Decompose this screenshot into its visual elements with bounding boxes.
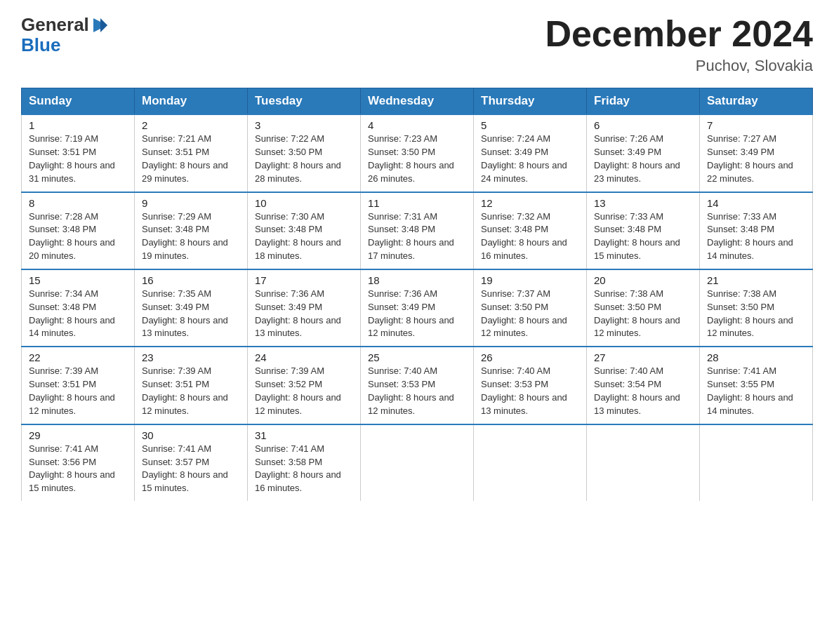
calendar-cell: 18Sunrise: 7:36 AMSunset: 3:49 PMDayligh… (361, 269, 474, 347)
col-header-wednesday: Wednesday (361, 88, 474, 115)
calendar-cell: 19Sunrise: 7:37 AMSunset: 3:50 PMDayligh… (474, 269, 587, 347)
day-number: 25 (368, 351, 466, 363)
day-number: 7 (707, 119, 805, 131)
day-info: Sunrise: 7:34 AMSunset: 3:48 PMDaylight:… (29, 288, 127, 340)
day-info: Sunrise: 7:40 AMSunset: 3:54 PMDaylight:… (594, 365, 692, 417)
calendar-cell: 29Sunrise: 7:41 AMSunset: 3:56 PMDayligh… (22, 424, 135, 501)
svg-marker-1 (100, 18, 107, 32)
week-row-3: 15Sunrise: 7:34 AMSunset: 3:48 PMDayligh… (22, 269, 813, 347)
calendar-cell: 23Sunrise: 7:39 AMSunset: 3:51 PMDayligh… (135, 347, 248, 424)
day-number: 24 (255, 351, 353, 363)
day-info: Sunrise: 7:36 AMSunset: 3:49 PMDaylight:… (255, 288, 353, 340)
day-info: Sunrise: 7:35 AMSunset: 3:49 PMDaylight:… (142, 288, 240, 340)
day-number: 31 (255, 429, 353, 441)
week-row-4: 22Sunrise: 7:39 AMSunset: 3:51 PMDayligh… (22, 347, 813, 424)
col-header-sunday: Sunday (22, 88, 135, 115)
day-number: 21 (707, 274, 805, 286)
calendar-cell: 27Sunrise: 7:40 AMSunset: 3:54 PMDayligh… (587, 347, 700, 424)
day-info: Sunrise: 7:40 AMSunset: 3:53 PMDaylight:… (368, 365, 466, 417)
location-subtitle: Puchov, Slovakia (545, 57, 813, 75)
calendar-cell: 28Sunrise: 7:41 AMSunset: 3:55 PMDayligh… (700, 347, 813, 424)
day-info: Sunrise: 7:29 AMSunset: 3:48 PMDaylight:… (142, 210, 240, 263)
day-number: 18 (368, 274, 466, 286)
calendar-cell: 10Sunrise: 7:30 AMSunset: 3:48 PMDayligh… (248, 192, 361, 269)
calendar-cell: 16Sunrise: 7:35 AMSunset: 3:49 PMDayligh… (135, 269, 248, 347)
day-number: 28 (707, 351, 805, 363)
calendar-cell (474, 424, 587, 501)
calendar-cell: 5Sunrise: 7:24 AMSunset: 3:49 PMDaylight… (474, 114, 587, 192)
calendar-table: SundayMondayTuesdayWednesdayThursdayFrid… (21, 88, 813, 501)
calendar-cell (587, 424, 700, 501)
day-number: 14 (707, 197, 805, 209)
day-number: 20 (594, 274, 692, 286)
day-number: 8 (29, 197, 127, 209)
day-info: Sunrise: 7:33 AMSunset: 3:48 PMDaylight:… (594, 210, 692, 263)
day-info: Sunrise: 7:39 AMSunset: 3:51 PMDaylight:… (29, 365, 127, 417)
day-number: 1 (29, 119, 127, 131)
calendar-cell (700, 424, 813, 501)
week-row-5: 29Sunrise: 7:41 AMSunset: 3:56 PMDayligh… (22, 424, 813, 501)
day-info: Sunrise: 7:40 AMSunset: 3:53 PMDaylight:… (481, 365, 579, 417)
day-number: 6 (594, 119, 692, 131)
calendar-cell: 22Sunrise: 7:39 AMSunset: 3:51 PMDayligh… (22, 347, 135, 424)
calendar-cell: 9Sunrise: 7:29 AMSunset: 3:48 PMDaylight… (135, 192, 248, 269)
calendar-cell: 20Sunrise: 7:38 AMSunset: 3:50 PMDayligh… (587, 269, 700, 347)
day-info: Sunrise: 7:28 AMSunset: 3:48 PMDaylight:… (29, 210, 127, 263)
day-number: 23 (142, 351, 240, 363)
calendar-cell: 15Sunrise: 7:34 AMSunset: 3:48 PMDayligh… (22, 269, 135, 347)
col-header-saturday: Saturday (700, 88, 813, 115)
calendar-cell: 26Sunrise: 7:40 AMSunset: 3:53 PMDayligh… (474, 347, 587, 424)
day-info: Sunrise: 7:31 AMSunset: 3:48 PMDaylight:… (368, 210, 466, 263)
logo-blue-text: Blue (21, 34, 60, 55)
day-number: 2 (142, 119, 240, 131)
calendar-cell: 1Sunrise: 7:19 AMSunset: 3:51 PMDaylight… (22, 114, 135, 192)
calendar-cell: 4Sunrise: 7:23 AMSunset: 3:50 PMDaylight… (361, 114, 474, 192)
calendar-cell: 21Sunrise: 7:38 AMSunset: 3:50 PMDayligh… (700, 269, 813, 347)
week-row-1: 1Sunrise: 7:19 AMSunset: 3:51 PMDaylight… (22, 114, 813, 192)
calendar-cell: 11Sunrise: 7:31 AMSunset: 3:48 PMDayligh… (361, 192, 474, 269)
calendar-cell: 24Sunrise: 7:39 AMSunset: 3:52 PMDayligh… (248, 347, 361, 424)
day-number: 16 (142, 274, 240, 286)
day-info: Sunrise: 7:41 AMSunset: 3:56 PMDaylight:… (29, 443, 127, 495)
day-number: 22 (29, 351, 127, 363)
day-info: Sunrise: 7:33 AMSunset: 3:48 PMDaylight:… (707, 210, 805, 263)
day-info: Sunrise: 7:22 AMSunset: 3:50 PMDaylight:… (255, 133, 353, 185)
day-info: Sunrise: 7:21 AMSunset: 3:51 PMDaylight:… (142, 133, 240, 185)
day-info: Sunrise: 7:26 AMSunset: 3:49 PMDaylight:… (594, 133, 692, 185)
logo-general-text: General (21, 15, 89, 35)
calendar-cell: 2Sunrise: 7:21 AMSunset: 3:51 PMDaylight… (135, 114, 248, 192)
day-info: Sunrise: 7:24 AMSunset: 3:49 PMDaylight:… (481, 133, 579, 185)
calendar-cell: 25Sunrise: 7:40 AMSunset: 3:53 PMDayligh… (361, 347, 474, 424)
calendar-cell: 3Sunrise: 7:22 AMSunset: 3:50 PMDaylight… (248, 114, 361, 192)
day-info: Sunrise: 7:19 AMSunset: 3:51 PMDaylight:… (29, 133, 127, 185)
day-info: Sunrise: 7:37 AMSunset: 3:50 PMDaylight:… (481, 288, 579, 340)
col-header-thursday: Thursday (474, 88, 587, 115)
day-info: Sunrise: 7:23 AMSunset: 3:50 PMDaylight:… (368, 133, 466, 185)
title-block: December 2024 Puchov, Slovakia (545, 14, 813, 75)
day-info: Sunrise: 7:41 AMSunset: 3:55 PMDaylight:… (707, 365, 805, 417)
col-header-monday: Monday (135, 88, 248, 115)
logo: General Blue (21, 14, 110, 55)
day-info: Sunrise: 7:38 AMSunset: 3:50 PMDaylight:… (594, 288, 692, 340)
day-number: 3 (255, 119, 353, 131)
day-number: 4 (368, 119, 466, 131)
day-number: 26 (481, 351, 579, 363)
calendar-cell: 8Sunrise: 7:28 AMSunset: 3:48 PMDaylight… (22, 192, 135, 269)
day-number: 12 (481, 197, 579, 209)
day-number: 29 (29, 429, 127, 441)
day-info: Sunrise: 7:30 AMSunset: 3:48 PMDaylight:… (255, 210, 353, 263)
calendar-cell: 13Sunrise: 7:33 AMSunset: 3:48 PMDayligh… (587, 192, 700, 269)
day-number: 10 (255, 197, 353, 209)
day-info: Sunrise: 7:27 AMSunset: 3:49 PMDaylight:… (707, 133, 805, 185)
day-number: 5 (481, 119, 579, 131)
month-title: December 2024 (545, 14, 813, 54)
day-info: Sunrise: 7:38 AMSunset: 3:50 PMDaylight:… (707, 288, 805, 340)
day-number: 17 (255, 274, 353, 286)
day-info: Sunrise: 7:39 AMSunset: 3:52 PMDaylight:… (255, 365, 353, 417)
calendar-cell: 30Sunrise: 7:41 AMSunset: 3:57 PMDayligh… (135, 424, 248, 501)
day-info: Sunrise: 7:36 AMSunset: 3:49 PMDaylight:… (368, 288, 466, 340)
col-header-friday: Friday (587, 88, 700, 115)
calendar-cell (361, 424, 474, 501)
day-info: Sunrise: 7:39 AMSunset: 3:51 PMDaylight:… (142, 365, 240, 417)
calendar-cell: 14Sunrise: 7:33 AMSunset: 3:48 PMDayligh… (700, 192, 813, 269)
